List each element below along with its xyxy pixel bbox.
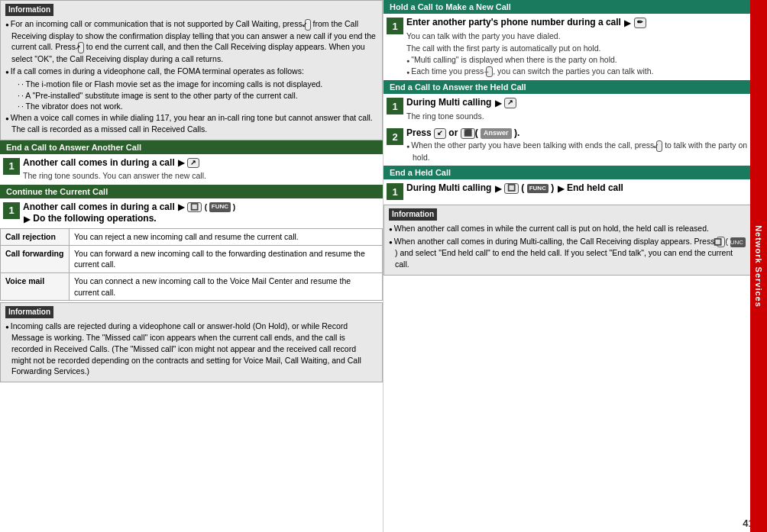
step-continue-1: 1 Another call comes in during a call ▶ … — [0, 198, 383, 228]
arrow-icon-2: ▶ — [178, 202, 184, 212]
section-continue: Continue the Current Call — [0, 185, 383, 198]
func-icon-1: 🔲 — [187, 202, 202, 213]
section-end-call: End a Call to Answer Another Call — [0, 140, 383, 154]
func-label-1: FUNC — [209, 202, 231, 211]
step-continue-1-content: Another call comes in during a call ▶ 🔲 … — [23, 202, 380, 225]
section-end-held-label: End a Call to Answer the Held Call — [390, 82, 526, 92]
call-btn-2: ↙ — [434, 128, 446, 139]
arrow-icon-3: ▶ — [24, 214, 30, 224]
step-number-1: 1 — [3, 158, 20, 175]
info-item-2: If a call comes in during a videophone c… — [5, 66, 377, 77]
section-continue-label: Continue the Current Call — [6, 187, 108, 196]
step-hold-1: 1 Enter another party's phone number dur… — [384, 14, 752, 80]
step-hold-1-title: Enter another party's phone number durin… — [406, 17, 749, 29]
step-held-1: 1 During Multi calling ▶ ↗ The ring tone… — [384, 94, 752, 124]
step-end-held-title-text: During Multi calling — [406, 182, 491, 193]
step-hold-1-bullet2: Each time you press ↔, you can switch th… — [406, 66, 749, 78]
step-continue-1-title: Another call comes in during a call ▶ 🔲 … — [23, 202, 380, 214]
step-held-2-title: Press ↙ or ⬛( Answer ). — [406, 127, 749, 140]
info-sub-2: · A "Pre-installed" substitute image is … — [5, 90, 377, 102]
table-cell-rejection-desc: You can reject a new incoming call and r… — [70, 229, 383, 246]
func-icon-info: 🔲 — [717, 237, 725, 248]
step-hold-number-1: 1 — [387, 18, 403, 34]
step-end-call-1: 1 Another call comes in during a call ▶ … — [0, 154, 383, 185]
func-label-end: FUNC — [527, 184, 549, 193]
section-hold-label: Hold a Call to Make a New Call — [390, 2, 511, 11]
right-content: Hold a Call to Make a New Call 1 Enter a… — [384, 0, 767, 532]
step-hold-1-bullet1: "Multi calling" is displayed when there … — [406, 54, 749, 66]
info-sub-1: · The i-motion file or Flash movie set a… — [5, 79, 377, 90]
info3-bullet-1: When another call comes in while the cur… — [389, 223, 746, 234]
step-end-call-1-content: Another call comes in during a call ▶ ↗ … — [23, 157, 380, 182]
right-panel: Hold a Call to Make a New Call 1 Enter a… — [384, 0, 767, 532]
arrow-icon-1: ▶ — [178, 157, 184, 168]
step-title-text: Another call comes in during a call — [23, 157, 175, 168]
info-box-top: Information For an incoming call or comm… — [0, 0, 383, 140]
step-held-1-title: During Multi calling ▶ ↗ — [406, 97, 749, 109]
table-row-rejection: Call rejection You can reject a new inco… — [1, 229, 383, 246]
step-hold-1-content: Enter another party's phone number durin… — [406, 17, 749, 77]
end-held-call-sub-text: End held call — [567, 182, 623, 193]
answer-label: Answer — [481, 128, 512, 139]
step-end-held-call-1: 1 During Multi calling ▶ 🔲 ( FUNC ) ▶ En… — [384, 179, 752, 203]
info3-bullet-2: When another call comes in during Multi-… — [389, 236, 746, 270]
step-number-2: 1 — [3, 202, 20, 219]
section-end-held-call: End a Held Call — [384, 166, 752, 179]
table-cell-voicemail-desc: You can connect a new incoming call to t… — [70, 273, 383, 301]
info-sub-3: · The vibrator does not work. — [5, 101, 377, 112]
info-item-1: For an incoming call or communication th… — [5, 18, 377, 64]
talk-icon: ↙ — [656, 140, 662, 152]
step-hold-title-text: Enter another party's phone number durin… — [406, 17, 621, 27]
step-held-2-bullet: When the other party you have been talki… — [406, 140, 749, 163]
left-panel: Information For an incoming call or comm… — [0, 0, 384, 532]
info-box-right: Information When another call comes in w… — [384, 205, 752, 276]
info2-header: Information — [5, 306, 53, 318]
step-end-held-number: 1 — [387, 183, 403, 200]
network-services-label: Network Services — [754, 225, 763, 308]
info-item-3: When a voice call comes in while dialing… — [5, 112, 377, 134]
step-end-held-call-title: During Multi calling ▶ 🔲 ( FUNC ) ▶ End … — [406, 182, 749, 195]
end-held-icon: ↗ — [504, 98, 516, 108]
func-icon-end: 🔲 — [504, 183, 519, 194]
step-hold-1-desc1: You can talk with the party you have dia… — [406, 31, 749, 42]
step-sub-text: Do the following operations. — [33, 213, 156, 224]
step-held-number-1: 1 — [387, 98, 403, 114]
call-options-table: Call rejection You can reject a new inco… — [0, 228, 383, 301]
func-label-info: FUNC — [730, 237, 746, 247]
info-box-bottom: Information Incoming calls are rejected … — [0, 302, 383, 382]
step-held-2: 2 Press ↙ or ⬛( Answer ). When the other… — [384, 124, 752, 166]
step-held-number-2: 2 — [387, 128, 403, 145]
table-cell-forwarding-label: Call forwarding — [1, 245, 70, 272]
step-held-title-text: During Multi calling — [406, 97, 491, 108]
table-cell-rejection-label: Call rejection — [1, 229, 70, 246]
info-header: Information — [5, 4, 53, 16]
step-held-1-desc: The ring tone sounds. — [406, 111, 749, 122]
info2-text: Incoming calls are rejected during a vid… — [5, 321, 377, 376]
step-end-call-1-title: Another call comes in during a call ▶ ↗ — [23, 157, 380, 169]
rec-btn: ⬛ — [461, 128, 475, 139]
step-end-held-call-content: During Multi calling ▶ 🔲 ( FUNC ) ▶ End … — [406, 182, 749, 195]
call-icon-hold: ✏ — [634, 18, 646, 28]
section-end-held: End a Call to Answer the Held Call — [384, 80, 752, 94]
step-continue-title-text: Another call comes in during a call — [23, 202, 175, 212]
network-services-bar: Network Services — [750, 0, 767, 532]
table-row-forwarding: Call forwarding You can forward a new in… — [1, 245, 383, 272]
step-continue-1-sub: ▶ Do the following operations. — [23, 213, 380, 225]
step-end-call-1-desc: The ring tone sounds. You can answer the… — [23, 170, 380, 182]
table-row-voicemail: Voice mail You can connect a new incomin… — [1, 273, 383, 301]
end-call-icon: ↗ — [187, 158, 199, 169]
switch-icon: ↔ — [486, 66, 493, 78]
icon-phone: ↙ — [305, 19, 311, 31]
icon-end: ↗ — [78, 42, 84, 53]
section-hold-call: Hold a Call to Make a New Call — [384, 0, 752, 14]
step-hold-1-desc2: The call with the first party is automat… — [406, 43, 749, 54]
section-end-call-label: End a Call to Answer Another Call — [6, 143, 141, 152]
section-end-held-call-label: End a Held Call — [390, 168, 451, 177]
arrow-icon-held1: ▶ — [495, 98, 501, 108]
arrow-icon-end-held2: ▶ — [558, 183, 564, 194]
info3-header: Information — [389, 208, 437, 221]
step-held-2-content: Press ↙ or ⬛( Answer ). When the other p… — [406, 127, 749, 163]
table-cell-forwarding-desc: You can forward a new incoming call to t… — [70, 245, 383, 272]
arrow-icon-end-held: ▶ — [495, 183, 501, 194]
step-held-1-content: During Multi calling ▶ ↗ The ring tone s… — [406, 97, 749, 121]
